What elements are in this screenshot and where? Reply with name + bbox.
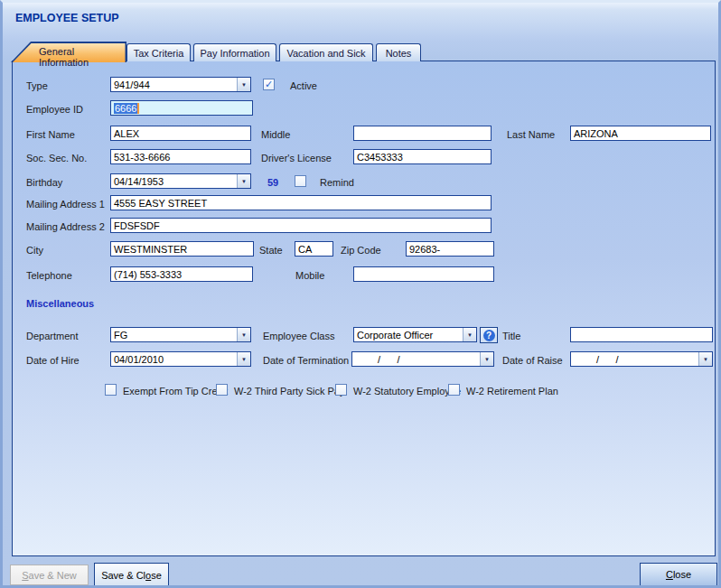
tab-tax-criteria[interactable]: Tax Criteria [126,43,191,61]
title-field[interactable] [570,327,713,342]
title-label: Title [502,331,520,341]
date-of-termination-label: Date of Termination [263,355,349,366]
telephone-value: (714) 553-3333 [114,269,182,280]
chevron-down-icon[interactable]: ▼ [237,352,250,366]
help-button[interactable]: ? [480,327,498,343]
date-of-raise-value: / / [596,354,618,365]
employee-id-field[interactable]: 6666 [110,100,253,116]
mailing-address-1-value: 4555 EASY STREET [114,198,207,209]
w2-third-party-sick-pay-label: W-2 Third Party Sick Pay [234,386,344,397]
tab-label: General Information [39,46,126,68]
date-of-raise-select[interactable]: / / ▼ [570,351,713,367]
chevron-down-icon[interactable]: ▼ [698,352,712,366]
w2-statutory-employee-checkbox[interactable] [335,384,347,396]
birthday-value: 04/14/1953 [114,176,164,187]
save-and-new-button: Save & New [10,565,89,585]
city-label: City [26,245,43,256]
exempt-tip-credit-label: Exempt From Tip Credit [123,386,228,397]
employee-setup-window: EMPLOYEE SETUP General Information Tax C… [0,0,721,588]
city-value: WESTMINSTER [114,244,187,255]
first-name-field[interactable]: ALEX [110,126,251,141]
button-accel: S [22,570,28,581]
w2-statutory-employee-label: W-2 Statutory Employee [353,386,461,397]
check-icon: ✓ [265,79,273,89]
date-of-termination-value: / / [378,354,399,365]
tab-vacation-and-sick[interactable]: Vacation and Sick [279,43,373,61]
mailing-address-2-label: Mailing Address 2 [26,221,105,232]
first-name-label: First Name [26,129,75,140]
employee-class-label: Employee Class [263,331,334,341]
birthday-label: Birthday [26,177,62,188]
type-label: Type [26,80,48,91]
drivers-license-label: Driver's License [261,153,332,163]
department-value: FG [114,330,127,341]
first-name-value: ALEX [114,128,139,139]
date-of-hire-value: 04/01/2010 [114,354,164,365]
button-text: ave & New [29,570,77,581]
tab-general-information[interactable]: General Information [11,42,126,62]
chevron-down-icon[interactable]: ▼ [463,328,476,341]
tab-label: Notes [386,48,412,59]
department-select[interactable]: FG ▼ [110,327,251,342]
w2-retirement-plan-checkbox[interactable] [448,384,460,396]
save-and-close-button[interactable]: Save & Close [94,563,169,587]
chevron-down-icon[interactable]: ▼ [237,78,250,91]
button-text: se [151,570,162,581]
mailing-address-1-label: Mailing Address 1 [26,199,105,210]
last-name-value: ARIZONA [574,128,618,139]
button-text: lose [673,569,691,580]
middle-field[interactable] [353,126,492,141]
date-of-termination-select[interactable]: / / ▼ [351,351,494,367]
chevron-down-icon[interactable]: ▼ [237,328,250,341]
remind-label: Remind [320,177,354,188]
chevron-down-icon[interactable]: ▼ [480,352,493,366]
miscellaneous-heading: Miscellaneous [26,298,94,309]
w2-retirement-plan-label: W-2 Retirement Plan [466,386,558,397]
date-of-hire-select[interactable]: 04/01/2010 ▼ [110,351,251,367]
age-value: 59 [267,177,278,188]
remind-checkbox[interactable] [295,175,306,187]
type-value: 941/944 [114,79,150,90]
w2-third-party-sick-pay-checkbox[interactable] [216,384,228,396]
employee-id-value: 6666 [114,103,137,114]
telephone-field[interactable]: (714) 553-3333 [110,266,253,282]
tab-pay-information[interactable]: Pay Information [193,43,276,61]
tab-notes[interactable]: Notes [376,43,421,61]
ssn-label: Soc. Sec. No. [26,153,87,163]
last-name-label: Last Name [507,129,555,140]
text-caret [137,103,139,114]
telephone-label: Telephone [26,270,72,281]
chevron-down-icon[interactable]: ▼ [237,174,250,188]
last-name-field[interactable]: ARIZONA [570,126,711,141]
middle-label: Middle [261,129,290,140]
help-icon: ? [483,330,495,341]
drivers-license-field[interactable]: C3453333 [353,149,492,164]
mailing-address-2-value: FDSFSDF [114,220,160,231]
button-accel: C [666,569,673,580]
ssn-value: 531-33-6666 [114,152,170,163]
employee-class-value: Corporate Officer [357,330,433,341]
department-label: Department [26,331,78,341]
zip-code-value: 92683- [409,244,440,255]
button-text: Save & Cl [101,570,145,581]
tab-label: Vacation and Sick [286,48,365,59]
zip-code-field[interactable]: 92683- [406,241,494,257]
mailing-address-1-field[interactable]: 4555 EASY STREET [110,195,492,210]
active-checkbox[interactable]: ✓ [263,79,275,90]
active-label: Active [290,80,317,91]
drivers-license-value: C3453333 [357,152,403,163]
tab-label: Tax Criteria [134,48,184,59]
mobile-label: Mobile [295,270,324,281]
mobile-field[interactable] [353,266,494,282]
type-select[interactable]: 941/944 ▼ [110,77,251,92]
state-field[interactable]: CA [295,241,333,257]
employee-class-select[interactable]: Corporate Officer ▼ [353,327,477,342]
zip-code-label: Zip Code [341,245,381,256]
city-field[interactable]: WESTMINSTER [110,241,254,257]
date-of-hire-label: Date of Hire [26,355,80,366]
exempt-tip-credit-checkbox[interactable] [105,384,117,396]
ssn-field[interactable]: 531-33-6666 [110,149,251,164]
mailing-address-2-field[interactable]: FDSFSDF [110,218,492,233]
close-button[interactable]: Close [640,563,717,586]
birthday-select[interactable]: 04/14/1953 ▼ [110,173,251,189]
